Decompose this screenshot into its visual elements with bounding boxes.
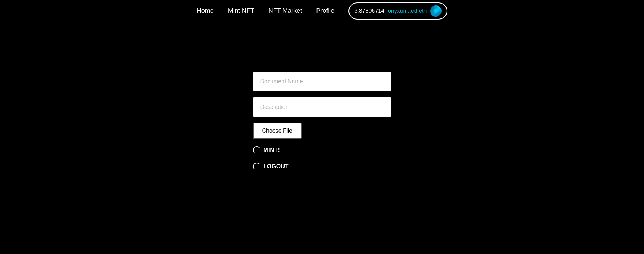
- wallet-balance: 3.87806714: [354, 8, 384, 14]
- wallet-badge[interactable]: 3.87806714 onyxun...ed.eth: [348, 2, 447, 20]
- nav-profile[interactable]: Profile: [316, 7, 334, 15]
- nav-mint-nft[interactable]: Mint NFT: [228, 7, 254, 15]
- mint-button[interactable]: MINT!: [253, 145, 280, 155]
- wallet-address: onyxun...ed.eth: [388, 8, 427, 14]
- nav-home[interactable]: Home: [197, 7, 214, 15]
- main-content: Choose File MINT! LOGOUT: [0, 22, 644, 254]
- main-nav: Home Mint NFT NFT Market Profile: [197, 7, 335, 15]
- form-container: Choose File MINT! LOGOUT: [253, 72, 391, 172]
- logout-arc-icon: [253, 163, 261, 170]
- avatar-graphic: [430, 5, 442, 17]
- description-input[interactable]: [253, 97, 391, 117]
- mint-label: MINT!: [264, 147, 280, 153]
- logout-label: LOGOUT: [264, 163, 289, 170]
- nav-nft-market[interactable]: NFT Market: [269, 7, 302, 15]
- logout-button[interactable]: LOGOUT: [253, 161, 289, 172]
- mint-arc-icon: [253, 146, 261, 154]
- document-name-input[interactable]: [253, 72, 391, 91]
- choose-file-button[interactable]: Choose File: [253, 123, 302, 139]
- wallet-avatar: [430, 5, 442, 17]
